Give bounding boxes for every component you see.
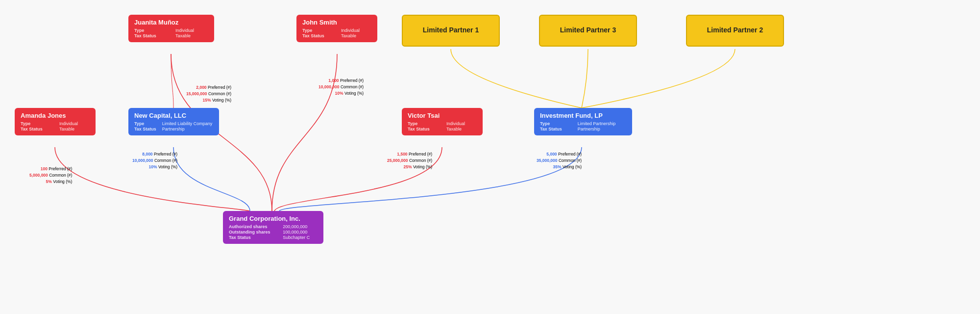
grandcorp-tax-label: Tax Status — [229, 235, 278, 240]
node-grand-corp[interactable]: Grand Corporation, Inc. Authorized share… — [223, 211, 323, 244]
juanita-taxstatus-value: Taxable — [175, 33, 208, 38]
edge-label-john: 1,000 Preferred (#) 10,000,000 Common (#… — [318, 78, 364, 96]
victor-type-value: Individual — [446, 121, 477, 126]
lp3-title: Limited Partner 3 — [560, 26, 616, 34]
john-type-value: Individual — [341, 28, 371, 33]
john-title: John Smith — [302, 19, 371, 26]
juanita-title: Juanita Muñoz — [134, 19, 208, 26]
diagram-canvas: Juanita Muñoz Type Individual Tax Status… — [0, 0, 980, 314]
amanda-title: Amanda Jones — [21, 112, 90, 119]
john-taxstatus-value: Taxable — [341, 33, 371, 38]
node-victor-tsai[interactable]: Victor Tsai Type Individual Tax Status T… — [402, 108, 483, 135]
victor-title: Victor Tsai — [408, 112, 477, 119]
investfund-taxstatus-value: Partnership — [578, 127, 626, 131]
grandcorp-out-value: 100,000,000 — [283, 230, 318, 235]
investfund-type-label: Type — [540, 121, 573, 126]
victor-taxstatus-value: Taxable — [446, 127, 477, 131]
newcapital-taxstatus-value: Partnership — [162, 127, 213, 131]
grandcorp-auth-label: Authorized shares — [229, 224, 278, 229]
newcapital-taxstatus-label: Tax Status — [134, 127, 157, 131]
lp2-title: Limited Partner 2 — [707, 26, 763, 34]
john-taxstatus-label: Tax Status — [302, 33, 336, 38]
node-juanita-munoz[interactable]: Juanita Muñoz Type Individual Tax Status… — [128, 15, 214, 42]
newcapital-title: New Capital, LLC — [134, 112, 213, 119]
investfund-type-value: Limited Partnership — [578, 121, 626, 126]
investfund-taxstatus-label: Tax Status — [540, 127, 573, 131]
edge-label-investfund: 5,000 Preferred (#) 35,000,000 Common (#… — [537, 151, 582, 170]
node-amanda-jones[interactable]: Amanda Jones Type Individual Tax Status … — [15, 108, 96, 135]
amanda-type-value: Individual — [59, 121, 90, 126]
amanda-taxstatus-label: Tax Status — [21, 127, 54, 131]
node-limited-partner-1[interactable]: Limited Partner 1 — [402, 15, 500, 47]
grandcorp-title: Grand Corporation, Inc. — [229, 215, 318, 222]
node-investment-fund[interactable]: Investment Fund, LP Type Limited Partner… — [534, 108, 632, 135]
juanita-type-label: Type — [134, 28, 171, 33]
edge-label-juanita: 2,000 Preferred (#) 15,000,000 Common (#… — [186, 84, 231, 103]
grandcorp-tax-value: Subchapter C — [283, 235, 318, 240]
juanita-type-value: Individual — [175, 28, 208, 33]
grandcorp-auth-value: 200,000,000 — [283, 224, 318, 229]
investfund-title: Investment Fund, LP — [540, 112, 626, 119]
newcapital-type-label: Type — [134, 121, 157, 126]
edge-label-newcapital: 8,000 Preferred (#) 10,000,000 Common (#… — [132, 151, 177, 170]
newcapital-type-value: Limited Liability Company — [162, 121, 213, 126]
edge-label-amanda: 100 Preferred (#) 5,000,000 Common (#) 5… — [29, 166, 72, 184]
victor-taxstatus-label: Tax Status — [408, 127, 441, 131]
amanda-type-label: Type — [21, 121, 54, 126]
edge-label-victor: 1,500 Preferred (#) 25,000,000 Common (#… — [387, 151, 432, 170]
node-john-smith[interactable]: John Smith Type Individual Tax Status Ta… — [296, 15, 377, 42]
amanda-taxstatus-value: Taxable — [59, 127, 90, 131]
node-limited-partner-2[interactable]: Limited Partner 2 — [686, 15, 784, 47]
john-type-label: Type — [302, 28, 336, 33]
juanita-taxstatus-label: Tax Status — [134, 33, 171, 38]
victor-type-label: Type — [408, 121, 441, 126]
grandcorp-out-label: Outstanding shares — [229, 230, 278, 235]
node-limited-partner-3[interactable]: Limited Partner 3 — [539, 15, 637, 47]
node-new-capital[interactable]: New Capital, LLC Type Limited Liability … — [128, 108, 219, 135]
lp1-title: Limited Partner 1 — [423, 26, 479, 34]
